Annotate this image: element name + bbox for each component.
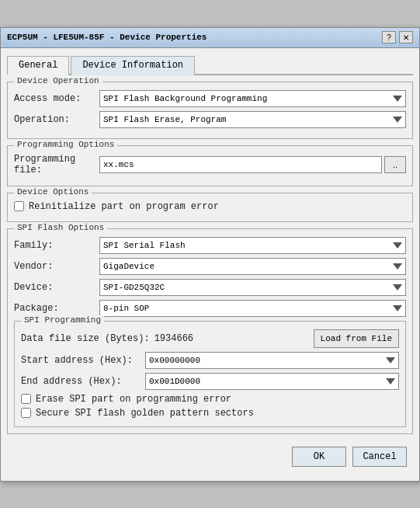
package-dropdown[interactable]: 8-pin SOP — [99, 300, 406, 317]
programming-file-input[interactable] — [99, 156, 382, 173]
tab-general[interactable]: General — [7, 56, 69, 75]
access-mode-dropdown[interactable]: SPI Flash Background Programming — [99, 90, 406, 107]
erase-spi-row: Erase SPI part on programming error — [21, 394, 399, 405]
access-mode-row: Access mode: SPI Flash Background Progra… — [14, 90, 406, 107]
device-dropdown[interactable]: SPI-GD25Q32C — [99, 279, 406, 296]
title-bar-buttons: ? ✕ — [382, 31, 413, 43]
device-options-label: Device Options — [14, 187, 92, 197]
vendor-row: Vendor: GigaDevice — [14, 258, 406, 275]
family-label: Family: — [14, 240, 99, 251]
start-address-dropdown[interactable]: 0x00000000 — [145, 352, 399, 369]
browse-button[interactable]: .. — [384, 156, 406, 173]
vendor-label: Vendor: — [14, 261, 99, 272]
secure-spi-row: Secure SPI flash golden pattern sectors — [21, 408, 399, 419]
main-window: ECP5UM - LFE5UM-85F - Device Properties … — [0, 27, 420, 482]
spi-flash-options-label: SPI Flash Options — [14, 223, 107, 232]
end-address-dropdown[interactable]: 0x001D0000 — [145, 373, 399, 390]
erase-spi-label: Erase SPI part on programming error — [36, 394, 231, 405]
spi-programming-label: SPI Programming — [21, 315, 104, 325]
programming-file-row: Programming file: .. — [14, 154, 406, 176]
reinit-checkbox[interactable] — [14, 201, 24, 211]
tab-device-information[interactable]: Device Information — [71, 56, 195, 75]
programming-options-label: Programming Options — [14, 140, 117, 149]
operation-row: Operation: SPI Flash Erase, Program — [14, 111, 406, 128]
device-label: Device: — [14, 282, 99, 293]
spi-flash-options-section: SPI Flash Options Family: SPI Serial Fla… — [7, 228, 413, 434]
package-label: Package: — [14, 303, 99, 314]
cancel-button[interactable]: Cancel — [352, 447, 407, 467]
spi-flash-options-content: Family: SPI Serial Flash Vendor: GigaDev… — [14, 237, 406, 427]
help-button[interactable]: ? — [382, 31, 396, 43]
device-options-content: Reinitialize part on program error — [14, 201, 406, 212]
family-dropdown[interactable]: SPI Serial Flash — [99, 237, 406, 254]
programming-file-label: Programming file: — [14, 154, 99, 176]
erase-spi-checkbox[interactable] — [21, 394, 31, 404]
programming-options-content: Programming file: .. — [14, 154, 406, 176]
operation-label: Operation: — [14, 114, 99, 125]
end-address-row: End address (Hex): 0x001D0000 — [21, 373, 399, 390]
spi-programming-section: SPI Programming Data file size (Bytes): … — [14, 321, 406, 427]
programming-options-section: Programming Options Programming file: .. — [7, 145, 413, 186]
device-operation-label: Device Operation — [14, 76, 102, 85]
start-address-row: Start address (Hex): 0x00000000 — [21, 352, 399, 369]
window-content: General Device Information Device Operat… — [1, 48, 419, 481]
vendor-dropdown[interactable]: GigaDevice — [99, 258, 406, 275]
close-button[interactable]: ✕ — [399, 31, 413, 43]
secure-spi-label: Secure SPI flash golden pattern sectors — [36, 408, 254, 419]
access-mode-label: Access mode: — [14, 93, 99, 104]
load-from-file-button[interactable]: Load from File — [314, 329, 399, 348]
reinit-label: Reinitialize part on program error — [29, 201, 219, 212]
secure-spi-checkbox[interactable] — [21, 408, 31, 418]
device-row: Device: SPI-GD25Q32C — [14, 279, 406, 296]
window-title: ECP5UM - LFE5UM-85F - Device Properties — [7, 33, 207, 42]
data-file-size-label: Data file size (Bytes): — [21, 333, 150, 344]
ok-button[interactable]: OK — [292, 447, 346, 467]
device-operation-content: Access mode: SPI Flash Background Progra… — [14, 90, 406, 128]
end-address-label: End address (Hex): — [21, 376, 145, 387]
family-row: Family: SPI Serial Flash — [14, 237, 406, 254]
title-bar: ECP5UM - LFE5UM-85F - Device Properties … — [1, 28, 419, 48]
operation-dropdown[interactable]: SPI Flash Erase, Program — [99, 111, 406, 128]
start-address-label: Start address (Hex): — [21, 355, 145, 366]
reinit-row: Reinitialize part on program error — [14, 201, 406, 212]
data-file-row: Data file size (Bytes): 1934666 Load fro… — [21, 329, 399, 348]
footer: OK Cancel — [7, 440, 413, 475]
tab-bar: General Device Information — [7, 54, 413, 75]
device-operation-section: Device Operation Access mode: SPI Flash … — [7, 82, 413, 139]
data-file-size-value: 1934666 — [154, 333, 314, 344]
device-options-section: Device Options Reinitialize part on prog… — [7, 193, 413, 222]
package-row: Package: 8-pin SOP — [14, 300, 406, 317]
